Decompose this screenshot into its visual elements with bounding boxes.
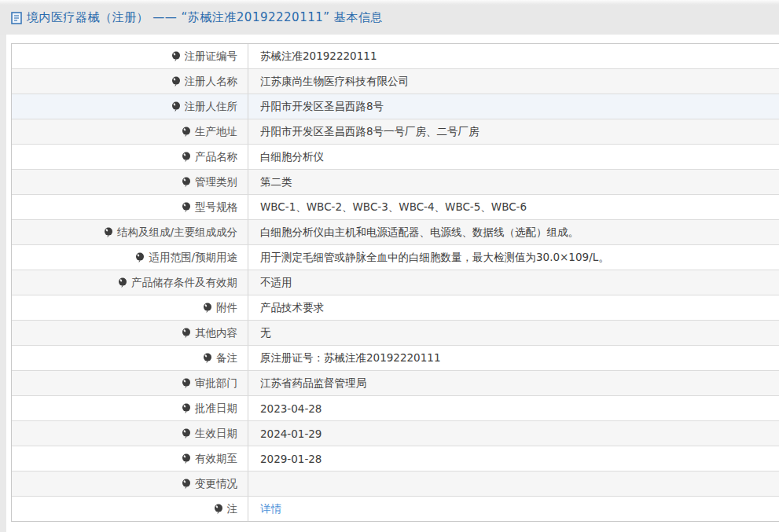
balloon-icon [104, 227, 113, 238]
balloon-icon [182, 328, 191, 339]
table-row: 产品名称 白细胞分析仪 [12, 145, 779, 170]
row-value-cell: 丹阳市开发区圣昌西路8号一号厂房、二号厂房 [248, 119, 480, 144]
balloon-icon [203, 353, 212, 364]
row-label-cell: 生效日期 [12, 421, 248, 446]
balloon-icon [182, 453, 191, 464]
balloon-icon [182, 152, 191, 163]
table-row: 其他内容 无 [12, 321, 779, 346]
balloon-icon [118, 277, 127, 288]
row-value-cell: 2029-01-28 [248, 446, 322, 471]
row-value-cell: 江苏省药品监督管理局 [248, 371, 366, 395]
table-row: 变更情况 [12, 471, 779, 497]
row-value-cell: 无 [248, 321, 271, 345]
balloon-icon [214, 504, 223, 515]
balloon-icon [182, 177, 191, 188]
row-value: 丹阳市开发区圣昌西路8号 [260, 100, 384, 114]
row-label: 注册人住所 [185, 100, 238, 114]
table-row: 产品储存条件及有效期 不适用 [12, 270, 779, 295]
table-row: 审批部门 江苏省药品监督管理局 [12, 371, 779, 396]
row-value-cell: 白细胞分析仪由主机和电源适配器、电源线、数据线（选配）组成。 [248, 220, 579, 244]
table-row: 注册证编号 苏械注准20192220111 [12, 44, 779, 69]
row-label: 批准日期 [195, 402, 237, 416]
table-row: 生产地址 丹阳市开发区圣昌西路8号一号厂房、二号厂房 [12, 119, 779, 145]
page-title: 境内医疗器械（注册） —— “苏械注准20192220111” 基本信息 [11, 10, 383, 25]
row-label-cell: 产品名称 [12, 145, 248, 169]
row-value: 江苏省药品监督管理局 [260, 376, 366, 391]
balloon-icon [203, 303, 212, 314]
row-label-cell: 结构及组成/主要组成成分 [12, 220, 248, 244]
row-value-cell: 产品技术要求 [248, 295, 324, 320]
row-value: 第二类 [260, 175, 292, 189]
row-label-cell: 生产地址 [12, 119, 248, 144]
table-row: 注册人住所 丹阳市开发区圣昌西路8号 [12, 94, 779, 119]
row-value: 江苏康尚生物医疗科技有限公司 [260, 75, 409, 89]
table-row: 生效日期 2024-01-29 [12, 421, 779, 446]
row-value-cell: 原注册证号：苏械注准20192220111 [248, 346, 440, 370]
row-value-cell [248, 471, 260, 496]
balloon-icon [182, 403, 191, 414]
row-label: 注 [227, 502, 238, 516]
table-row: 有效期至 2029-01-28 [12, 446, 779, 471]
header-bar: 境内医疗器械（注册） —— “苏械注准20192220111” 基本信息 [0, 0, 779, 35]
row-label: 管理类别 [195, 175, 237, 189]
row-value: 2024-01-29 [260, 427, 322, 440]
row-value: 苏械注准20192220111 [260, 50, 377, 64]
table-row: 型号规格 WBC-1、WBC-2、WBC-3、WBC-4、WBC-5、WBC-6 [12, 195, 779, 220]
row-label-cell: 管理类别 [12, 170, 248, 194]
balloon-icon [182, 127, 191, 138]
document-icon [11, 12, 22, 24]
row-label: 型号规格 [195, 200, 237, 215]
row-label: 有效期至 [195, 452, 237, 466]
row-value: 原注册证号：苏械注准20192220111 [260, 351, 440, 365]
row-value-cell: 详情 [248, 497, 281, 521]
row-label: 审批部门 [195, 376, 237, 391]
row-label: 产品名称 [195, 150, 237, 164]
balloon-icon [182, 428, 191, 439]
row-label-cell: 产品储存条件及有效期 [12, 270, 248, 295]
row-value-cell: 用于测定毛细管或静脉全血中的白细胞数量，最大检测值为30.0×109/L。 [248, 245, 609, 270]
row-label: 其他内容 [195, 326, 237, 340]
table-row: 注 详情 [12, 497, 779, 521]
balloon-icon [182, 202, 191, 213]
balloon-icon [171, 76, 181, 87]
row-value: 白细胞分析仪 [260, 150, 324, 164]
balloon-icon [171, 101, 181, 112]
balloon-icon [182, 378, 191, 389]
row-label: 生效日期 [195, 427, 237, 441]
row-label: 注册人名称 [185, 75, 238, 89]
row-value: 丹阳市开发区圣昌西路8号一号厂房、二号厂房 [260, 125, 480, 139]
page-title-text: 境内医疗器械（注册） —— “苏械注准20192220111” 基本信息 [27, 10, 383, 25]
row-label-cell: 其他内容 [12, 321, 248, 345]
row-label-cell: 注 [12, 497, 248, 521]
row-label: 生产地址 [195, 125, 237, 139]
row-label: 适用范围/预期用途 [149, 251, 237, 265]
row-value: 用于测定毛细管或静脉全血中的白细胞数量，最大检测值为30.0×109/L。 [260, 251, 609, 265]
row-value-cell: WBC-1、WBC-2、WBC-3、WBC-4、WBC-5、WBC-6 [248, 195, 527, 219]
row-label-cell: 注册证编号 [12, 44, 248, 68]
row-value: 产品技术要求 [260, 301, 324, 315]
row-label-cell: 备注 [12, 346, 248, 370]
row-label-cell: 注册人名称 [12, 69, 248, 94]
table-row: 注册人名称 江苏康尚生物医疗科技有限公司 [12, 69, 779, 94]
row-label: 结构及组成/主要组成成分 [117, 226, 237, 240]
row-value-cell: 第二类 [248, 170, 292, 194]
row-value: WBC-1、WBC-2、WBC-3、WBC-4、WBC-5、WBC-6 [260, 200, 527, 215]
content-panel: 注册证编号 苏械注准20192220111 注册人名称 江苏康尚生物医疗科技有限… [6, 35, 779, 532]
row-value: 无 [260, 326, 271, 340]
registration-info-table: 注册证编号 苏械注准20192220111 注册人名称 江苏康尚生物医疗科技有限… [11, 43, 779, 522]
row-value-cell: 丹阳市开发区圣昌西路8号 [248, 94, 384, 119]
row-value-cell: 2024-01-29 [248, 421, 322, 446]
row-label: 产品储存条件及有效期 [131, 276, 237, 290]
row-label-cell: 附件 [12, 295, 248, 320]
table-row: 管理类别 第二类 [12, 170, 779, 195]
detail-link[interactable]: 详情 [260, 502, 281, 516]
table-row: 批准日期 2023-04-28 [12, 396, 779, 421]
row-label-cell: 注册人住所 [12, 94, 248, 119]
row-label-cell: 审批部门 [12, 371, 248, 395]
row-value-cell: 不适用 [248, 270, 292, 295]
row-label-cell: 型号规格 [12, 195, 248, 219]
row-value-cell: 2023-04-28 [248, 396, 322, 420]
row-label: 附件 [216, 301, 237, 315]
table-row: 结构及组成/主要组成成分 白细胞分析仪由主机和电源适配器、电源线、数据线（选配）… [12, 220, 779, 245]
table-row: 备注 原注册证号：苏械注准20192220111 [12, 346, 779, 371]
